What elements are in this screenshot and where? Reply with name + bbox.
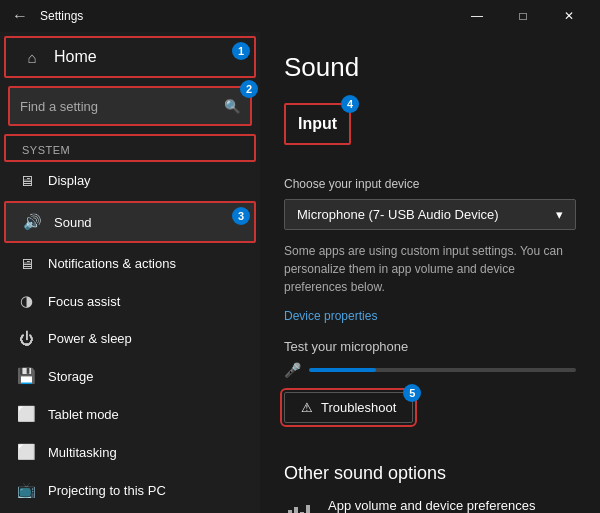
mic-level-track [309, 368, 576, 372]
title-bar: ← Settings — □ ✕ [0, 0, 600, 32]
sidebar-item-projecting[interactable]: 📺 Projecting to this PC [0, 471, 260, 509]
focus-icon: ◑ [16, 292, 36, 310]
maximize-button[interactable]: □ [500, 0, 546, 32]
main-layout: ⌂ Home 1 🔍 2 System 🖥 Display 🔊 Sound 3 … [0, 32, 600, 513]
power-icon: ⏻ [16, 330, 36, 347]
close-button[interactable]: ✕ [546, 0, 592, 32]
sidebar-item-display-label: Display [48, 173, 91, 188]
home-icon: ⌂ [22, 49, 42, 66]
badge-input: 4 [341, 95, 359, 113]
display-icon: 🖥 [16, 172, 36, 189]
mic-level-row: 🎤 [284, 362, 576, 378]
badge-system: 2 [240, 80, 258, 98]
sound-icon: 🔊 [22, 213, 42, 231]
sidebar-item-power[interactable]: ⏻ Power & sleep [0, 320, 260, 357]
device-properties-link[interactable]: Device properties [284, 309, 377, 323]
tablet-icon: ⬜ [16, 405, 36, 423]
page-title: Sound [284, 52, 576, 83]
input-device-dropdown[interactable]: Microphone (7- USB Audio Device) ▾ [284, 199, 576, 230]
sidebar-item-tablet-label: Tablet mode [48, 407, 119, 422]
sidebar-item-projecting-label: Projecting to this PC [48, 483, 166, 498]
sidebar-item-sound[interactable]: 🔊 Sound 3 [4, 201, 256, 243]
sidebar-item-multitasking[interactable]: ⬜ Multitasking [0, 433, 260, 471]
svg-rect-3 [306, 505, 310, 513]
sidebar-item-notifications[interactable]: 🖥 Notifications & actions [0, 245, 260, 282]
troubleshoot-button[interactable]: ⚠ Troubleshoot [284, 392, 413, 423]
sidebar-item-display[interactable]: 🖥 Display [0, 162, 260, 199]
sidebar-item-focus-label: Focus assist [48, 294, 120, 309]
badge-sound: 3 [232, 207, 250, 225]
sidebar-item-focus[interactable]: ◑ Focus assist [0, 282, 260, 320]
title-bar-left: ← Settings [8, 3, 454, 29]
sidebar-item-multitasking-label: Multitasking [48, 445, 117, 460]
storage-icon: 💾 [16, 367, 36, 385]
search-input[interactable] [10, 91, 214, 122]
content-area: Sound Input 4 Choose your input device M… [260, 32, 600, 513]
projecting-icon: 📺 [16, 481, 36, 499]
title-bar-controls: — □ ✕ [454, 0, 592, 32]
sidebar: ⌂ Home 1 🔍 2 System 🖥 Display 🔊 Sound 3 … [0, 32, 260, 513]
multitasking-icon: ⬜ [16, 443, 36, 461]
sidebar-item-sound-label: Sound [54, 215, 92, 230]
app-volume-icon [284, 500, 316, 513]
troubleshoot-label: Troubleshoot [321, 400, 396, 415]
app-volume-title[interactable]: App volume and device preferences [328, 498, 576, 513]
sidebar-item-storage-label: Storage [48, 369, 94, 384]
input-device-value: Microphone (7- USB Audio Device) [297, 207, 499, 222]
sidebar-item-storage[interactable]: 💾 Storage [0, 357, 260, 395]
sidebar-item-notifications-label: Notifications & actions [48, 256, 176, 271]
dropdown-arrow-icon: ▾ [556, 207, 563, 222]
app-volume-option: App volume and device preferences Custom… [284, 498, 576, 513]
home-label: Home [54, 48, 97, 66]
mic-level-fill [309, 368, 376, 372]
test-mic-label: Test your microphone [284, 339, 576, 354]
system-section-label: System [4, 134, 256, 162]
microphone-icon: 🎤 [284, 362, 301, 378]
badge-home: 1 [232, 42, 250, 60]
sidebar-item-home[interactable]: ⌂ Home 1 [4, 36, 256, 78]
warning-icon: ⚠ [301, 400, 313, 415]
minimize-button[interactable]: — [454, 0, 500, 32]
sidebar-item-power-label: Power & sleep [48, 331, 132, 346]
app-volume-text: App volume and device preferences Custom… [328, 498, 576, 513]
back-button[interactable]: ← [8, 3, 32, 29]
input-info-text: Some apps are using custom input setting… [284, 242, 576, 296]
sidebar-item-tablet[interactable]: ⬜ Tablet mode [0, 395, 260, 433]
badge-troubleshoot: 5 [403, 384, 421, 402]
input-device-label: Choose your input device [284, 177, 576, 191]
title-bar-title: Settings [40, 9, 83, 23]
other-sound-heading: Other sound options [284, 463, 576, 484]
svg-rect-1 [294, 507, 298, 513]
input-section-box: Input [284, 103, 351, 145]
search-box: 🔍 2 [8, 86, 252, 126]
notifications-icon: 🖥 [16, 255, 36, 272]
input-heading: Input [298, 115, 337, 132]
